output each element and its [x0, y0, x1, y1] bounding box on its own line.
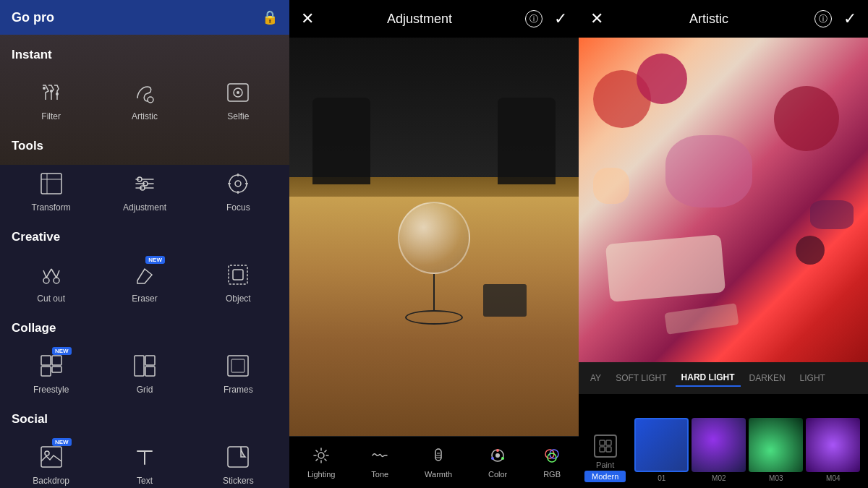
- artistic-tool[interactable]: Artistic: [99, 69, 190, 129]
- svg-line-21: [43, 270, 46, 278]
- filter-m02[interactable]: M02: [692, 418, 746, 482]
- focus-tool[interactable]: Focus: [193, 160, 284, 220]
- adjustment-info-icon[interactable]: ⓘ: [525, 10, 542, 27]
- focus-icon: [225, 171, 251, 197]
- globe: [398, 202, 470, 274]
- object-tool[interactable]: Object: [193, 252, 284, 311]
- adjustment-icon-wrap: [129, 168, 161, 200]
- blend-hardlight[interactable]: HARD LIGHT: [676, 369, 741, 387]
- svg-point-3: [148, 97, 153, 103]
- svg-rect-30: [145, 356, 155, 365]
- artistic-info-icon[interactable]: ⓘ: [814, 10, 832, 27]
- filter-m03[interactable]: M03: [749, 418, 803, 482]
- svg-rect-31: [145, 367, 155, 376]
- lighting-tool[interactable]: Lighting: [302, 444, 341, 481]
- photo-background: [289, 38, 579, 436]
- freestyle-icon-wrap: NEW: [35, 350, 67, 382]
- selfie-icon-wrap: [222, 77, 254, 108]
- collage-grid: NEW Freestyle: [0, 340, 289, 405]
- adjustment-check-icon[interactable]: ✓: [554, 9, 567, 28]
- eraser-tool[interactable]: NEW Eraser: [99, 252, 190, 311]
- freestyle-icon: [38, 353, 64, 379]
- filter-m04[interactable]: M04: [806, 418, 860, 482]
- cutout-tool[interactable]: Cut out: [6, 252, 96, 311]
- blend-softlight[interactable]: SOFT LIGHT: [610, 370, 672, 386]
- paint-detail-2: [810, 200, 854, 229]
- adjustment-photo: [289, 38, 579, 436]
- backdrop-icon-wrap: NEW: [35, 441, 67, 473]
- filter-m03-label: M03: [769, 474, 783, 482]
- tools-section-label: Tools: [0, 132, 289, 158]
- stickers-icon: [225, 444, 251, 470]
- frames-tool[interactable]: Frames: [193, 343, 284, 402]
- grid-tool[interactable]: Grid: [99, 343, 190, 402]
- text-label: Text: [137, 476, 153, 486]
- focus-icon-wrap: [222, 168, 254, 200]
- filter-tool[interactable]: Filter: [6, 69, 96, 129]
- object-icon: [225, 262, 251, 288]
- rgb-tool[interactable]: RGB: [537, 444, 566, 481]
- focus-label: Focus: [226, 202, 250, 213]
- backdrop-icon: [38, 444, 64, 470]
- blend-light[interactable]: LIGHT: [794, 370, 831, 386]
- go-pro-bar[interactable]: Go pro 🔒: [0, 0, 289, 35]
- lighting-icon: [312, 447, 330, 468]
- adjustment-tool[interactable]: Adjustment: [99, 160, 190, 220]
- frames-label: Frames: [224, 385, 253, 395]
- chair-left: [312, 98, 370, 184]
- paint-stroke-5: [605, 234, 726, 302]
- paint-detail-3: [796, 236, 825, 265]
- backdrop-label: Backdrop: [33, 476, 69, 486]
- go-pro-label: Go pro: [12, 10, 54, 25]
- adjustment-header: ✕ Adjustment ⓘ ✓: [289, 0, 579, 38]
- filter-01-label: 01: [658, 474, 665, 482]
- svg-rect-23: [229, 265, 247, 284]
- svg-rect-28: [52, 367, 61, 372]
- selfie-tool[interactable]: Selfie: [193, 69, 284, 129]
- paint-category-label: Paint: [596, 461, 614, 469]
- frames-icon: [225, 353, 251, 379]
- filter-01-thumb: [634, 418, 689, 472]
- paint-stroke-3: [774, 86, 839, 151]
- filter-01[interactable]: 01: [634, 418, 689, 482]
- right-panel: ✕ Artistic ⓘ ✓ AY SOFT LIGHT HARD LIGHT …: [579, 0, 868, 488]
- blend-toggle-icon[interactable]: [594, 435, 617, 458]
- stickers-tool[interactable]: Stickers: [193, 434, 284, 488]
- artistic-header: ✕ Artistic ⓘ ✓: [579, 0, 868, 38]
- artistic-check-icon[interactable]: ✓: [843, 9, 856, 28]
- grid-icon: [132, 353, 158, 379]
- chair-right: [498, 98, 556, 184]
- adjustment-icon: [132, 171, 158, 197]
- svg-rect-46: [600, 440, 605, 445]
- paint-detail-1: [593, 168, 629, 204]
- lock-icon: 🔒: [262, 9, 278, 25]
- freestyle-tool[interactable]: NEW Freestyle: [6, 343, 96, 402]
- filter-m04-thumb: [806, 418, 860, 472]
- svg-point-41: [501, 457, 504, 460]
- svg-rect-47: [606, 440, 611, 445]
- backdrop-tool[interactable]: NEW Backdrop: [6, 434, 96, 488]
- freestyle-new-badge: NEW: [52, 347, 72, 355]
- blend-day[interactable]: AY: [584, 370, 607, 386]
- table-card: [483, 284, 527, 317]
- svg-point-6: [237, 91, 239, 94]
- blend-darken[interactable]: DARKEN: [744, 370, 791, 386]
- transform-tool[interactable]: Transform: [6, 160, 96, 220]
- cutout-icon-wrap: [35, 259, 67, 291]
- filter-icon: [38, 80, 64, 106]
- artistic-close-icon[interactable]: ✕: [590, 9, 603, 28]
- filter-label-col: Paint Modern: [579, 394, 631, 488]
- eraser-label: Eraser: [132, 294, 157, 304]
- artistic-icon-wrap: [129, 77, 161, 108]
- tone-tool[interactable]: Tone: [365, 444, 394, 481]
- selfie-icon: [225, 80, 251, 106]
- warmth-tool[interactable]: Warmth: [419, 444, 458, 481]
- text-icon-wrap: [129, 441, 161, 473]
- adjustment-close-icon[interactable]: ✕: [301, 9, 314, 28]
- stickers-label: Stickers: [223, 476, 254, 486]
- svg-rect-7: [41, 174, 61, 194]
- tone-icon: [371, 447, 388, 468]
- text-tool[interactable]: Text: [99, 434, 190, 488]
- svg-point-2: [56, 93, 59, 95]
- color-tool[interactable]: Color: [482, 444, 513, 481]
